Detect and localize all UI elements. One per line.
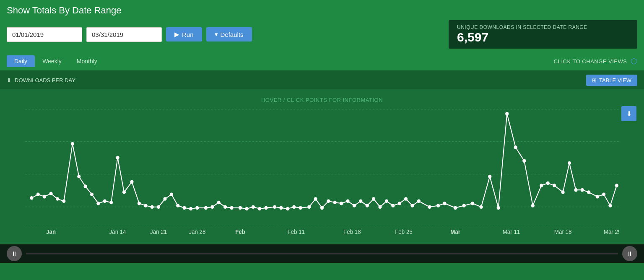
svg-point-79 <box>514 145 517 149</box>
svg-point-75 <box>480 205 483 209</box>
svg-text:Mar: Mar <box>450 229 460 235</box>
svg-text:Feb 18: Feb 18 <box>343 229 361 235</box>
svg-point-84 <box>553 184 556 187</box>
svg-text:Feb: Feb <box>235 229 245 235</box>
svg-point-67 <box>410 204 414 207</box>
svg-point-60 <box>366 204 369 207</box>
svg-point-44 <box>258 207 261 211</box>
svg-point-16 <box>71 142 74 146</box>
chart-area: HOVER / CLICK POINTS FOR INFORMATION ⬇ 4… <box>0 89 644 244</box>
svg-point-45 <box>265 206 268 210</box>
slider-right-button[interactable]: ⏸ <box>622 246 637 261</box>
svg-point-51 <box>307 205 311 209</box>
svg-point-63 <box>385 200 388 203</box>
run-icon: ▶ <box>174 31 179 38</box>
chart-download-icon: ⬇ <box>626 110 632 118</box>
svg-point-59 <box>359 200 362 203</box>
pause-left-icon: ⏸ <box>11 250 17 257</box>
svg-point-34 <box>189 207 192 211</box>
svg-point-65 <box>398 202 401 205</box>
svg-point-20 <box>96 202 100 205</box>
bottom-bar: ⏸ ⏸ <box>0 244 644 263</box>
svg-point-19 <box>90 193 93 197</box>
change-views-button[interactable]: CLICK TO CHANGE VIEWS ⬡ <box>554 57 637 66</box>
svg-point-10 <box>30 196 33 200</box>
svg-point-14 <box>56 197 59 201</box>
svg-point-33 <box>183 206 186 210</box>
svg-point-24 <box>122 190 126 194</box>
svg-point-28 <box>151 205 154 209</box>
chart-hint: HOVER / CLICK POINTS FOR INFORMATION <box>25 93 619 105</box>
slider-left-button[interactable]: ⏸ <box>7 246 22 261</box>
stats-value: 6,597 <box>457 30 629 44</box>
slider-track[interactable] <box>26 253 618 254</box>
svg-point-64 <box>391 204 395 207</box>
svg-point-62 <box>378 205 382 209</box>
svg-point-89 <box>587 190 590 194</box>
svg-text:Mar 18: Mar 18 <box>554 229 571 235</box>
svg-point-15 <box>62 200 65 203</box>
date-end-input[interactable] <box>86 27 162 42</box>
svg-point-25 <box>130 180 133 184</box>
table-icon: ⊞ <box>592 77 597 83</box>
pause-right-icon: ⏸ <box>627 250 633 257</box>
page-title: Show Totals By Date Range <box>7 5 637 16</box>
svg-point-88 <box>581 188 584 192</box>
svg-point-17 <box>77 175 80 179</box>
svg-point-40 <box>230 206 233 210</box>
tab-weekly[interactable]: Weekly <box>35 55 69 67</box>
svg-point-54 <box>327 200 330 203</box>
table-view-button[interactable]: ⊞ TABLE VIEW <box>586 75 637 86</box>
svg-point-73 <box>462 204 466 207</box>
svg-point-92 <box>608 204 612 207</box>
svg-point-12 <box>43 195 46 199</box>
svg-point-91 <box>602 193 605 197</box>
svg-point-39 <box>223 205 227 209</box>
downloads-label: ⬇ DOWNLOADS PER DAY <box>7 77 75 83</box>
svg-point-30 <box>163 197 166 201</box>
tab-monthly[interactable]: Monthly <box>69 55 105 67</box>
svg-point-46 <box>273 205 276 209</box>
svg-point-35 <box>195 206 199 210</box>
run-button[interactable]: ▶ Run <box>166 27 202 41</box>
stats-box: UNIQUE DOWNLOADS IN SELECTED DATE RANGE … <box>449 20 637 49</box>
svg-point-55 <box>333 201 337 205</box>
svg-point-48 <box>286 207 289 211</box>
svg-text:Jan 21: Jan 21 <box>150 229 167 235</box>
date-start-input[interactable] <box>7 27 82 42</box>
svg-point-21 <box>103 200 106 203</box>
svg-text:Jan 14: Jan 14 <box>109 229 126 235</box>
download-small-icon: ⬇ <box>7 77 11 83</box>
svg-point-41 <box>239 206 242 210</box>
svg-point-26 <box>138 202 141 205</box>
change-views-label: CLICK TO CHANGE VIEWS <box>554 58 627 65</box>
svg-point-29 <box>157 205 160 209</box>
svg-point-83 <box>546 181 550 185</box>
svg-point-68 <box>417 200 421 203</box>
defaults-button[interactable]: ▾ Defaults <box>206 27 252 41</box>
svg-point-74 <box>471 202 474 205</box>
svg-point-27 <box>144 204 147 207</box>
svg-point-47 <box>279 206 283 210</box>
svg-text:Mar 25: Mar 25 <box>604 229 619 235</box>
svg-point-36 <box>204 206 208 210</box>
svg-point-82 <box>540 184 543 187</box>
svg-text:Jan 28: Jan 28 <box>189 229 205 235</box>
svg-point-61 <box>372 197 375 201</box>
svg-point-18 <box>84 184 87 188</box>
tab-daily[interactable]: Daily <box>7 55 35 67</box>
chart-download-button[interactable]: ⬇ <box>621 106 636 121</box>
view-tabs-row: Daily Weekly Monthly CLICK TO CHANGE VIE… <box>0 52 644 71</box>
svg-point-80 <box>522 159 526 163</box>
svg-point-58 <box>353 204 356 207</box>
svg-point-72 <box>454 206 457 210</box>
change-views-icon: ⬡ <box>631 57 638 66</box>
svg-point-23 <box>116 156 119 160</box>
svg-point-43 <box>252 205 255 209</box>
stats-label: UNIQUE DOWNLOADS IN SELECTED DATE RANGE <box>457 24 629 30</box>
svg-point-85 <box>561 190 565 194</box>
chart-header: ⬇ DOWNLOADS PER DAY ⊞ TABLE VIEW <box>0 71 644 89</box>
svg-point-52 <box>314 197 317 201</box>
svg-point-86 <box>568 161 571 165</box>
svg-point-78 <box>505 112 509 116</box>
